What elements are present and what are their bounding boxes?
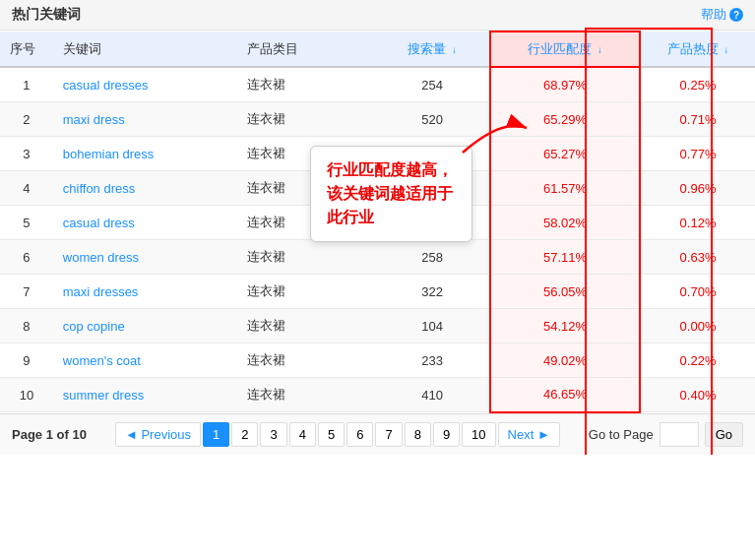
cell-product-heat: 0.12% xyxy=(640,206,755,240)
cell-product-heat: 0.77% xyxy=(640,137,755,171)
cell-industry-match: 58.02% xyxy=(490,206,640,240)
page-info: Page 1 of 10 xyxy=(12,427,87,442)
sort-icon-search: ↓ xyxy=(452,44,457,55)
cell-index: 7 xyxy=(0,275,53,309)
cell-product-heat: 0.70% xyxy=(640,275,755,309)
col-category: 产品类目 xyxy=(237,31,375,67)
cell-index: 2 xyxy=(0,102,53,137)
cell-category: 连衣裙 xyxy=(237,309,375,343)
col-search-volume[interactable]: 搜索量 ↓ xyxy=(375,31,490,67)
col-industry-match[interactable]: 行业匹配度 ↓ xyxy=(490,31,640,67)
cell-index: 10 xyxy=(0,378,53,412)
tooltip-box: 行业匹配度越高，该关键词越适用于此行业 xyxy=(310,146,472,242)
table-row: 9 women's coat 连衣裙 233 49.02% 0.22% xyxy=(0,343,755,378)
cell-product-heat: 0.22% xyxy=(640,343,755,378)
cell-keyword[interactable]: casual dress xyxy=(53,206,237,240)
page-title: 热门关键词 xyxy=(12,6,81,24)
cell-industry-match: 57.11% xyxy=(490,240,640,275)
cell-product-heat: 0.25% xyxy=(640,67,755,102)
cell-index: 6 xyxy=(0,240,53,275)
page-button-10[interactable]: 10 xyxy=(462,422,495,447)
cell-search-volume: 410 xyxy=(375,378,490,412)
cell-keyword[interactable]: women dress xyxy=(53,240,237,275)
main-container: 热门关键词 帮助 ? 序号 关键词 产品类目 搜索量 ↓ 行业匹配度 ↓ xyxy=(0,0,755,455)
page-button-9[interactable]: 9 xyxy=(433,422,460,447)
table-row: 7 maxi dresses 连衣裙 322 56.05% 0.70% xyxy=(0,275,755,309)
cell-product-heat: 0.71% xyxy=(640,102,755,137)
cell-industry-match: 68.97% xyxy=(490,67,640,102)
page-button-8[interactable]: 8 xyxy=(405,422,431,447)
table-header-row: 序号 关键词 产品类目 搜索量 ↓ 行业匹配度 ↓ 产品热度 ↓ xyxy=(0,31,755,67)
cell-product-heat: 0.00% xyxy=(640,309,755,343)
page-button-5[interactable]: 5 xyxy=(318,422,345,447)
cell-keyword[interactable]: maxi dress xyxy=(53,102,237,137)
cell-index: 4 xyxy=(0,171,53,206)
cell-search-volume: 104 xyxy=(375,309,490,343)
cell-industry-match: 46.65% xyxy=(490,378,640,412)
go-button[interactable]: Go xyxy=(705,422,743,447)
table-row: 10 summer dress 连衣裙 410 46.65% 0.40% xyxy=(0,378,755,412)
next-button[interactable]: Next ► xyxy=(498,422,560,447)
page-button-6[interactable]: 6 xyxy=(346,422,373,447)
cell-category: 连衣裙 xyxy=(237,67,375,102)
cell-keyword[interactable]: summer dress xyxy=(53,378,237,412)
cell-keyword[interactable]: maxi dresses xyxy=(53,275,237,309)
table-row: 8 cop copine 连衣裙 104 54.12% 0.00% xyxy=(0,309,755,343)
cell-category: 连衣裙 xyxy=(237,343,375,378)
help-link[interactable]: 帮助 ? xyxy=(701,6,743,24)
table-row: 6 women dress 连衣裙 258 57.11% 0.63% xyxy=(0,240,755,275)
cell-category: 连衣裙 xyxy=(237,102,375,137)
tooltip-text: 行业匹配度越高，该关键词越适用于此行业 xyxy=(327,161,453,225)
cell-product-heat: 0.63% xyxy=(640,240,755,275)
cell-product-heat: 0.96% xyxy=(640,171,755,206)
col-keyword: 关键词 xyxy=(53,31,237,67)
cell-category: 连衣裙 xyxy=(237,275,375,309)
page-button-4[interactable]: 4 xyxy=(289,422,316,447)
cell-category: 连衣裙 xyxy=(237,240,375,275)
page-header: 热门关键词 帮助 ? xyxy=(0,0,755,31)
help-label: 帮助 xyxy=(701,6,726,24)
page-button-2[interactable]: 2 xyxy=(231,422,258,447)
cell-keyword[interactable]: casual dresses xyxy=(53,67,237,102)
cell-search-volume: 254 xyxy=(375,67,490,102)
cell-search-volume: 322 xyxy=(375,275,490,309)
cell-product-heat: 0.40% xyxy=(640,378,755,412)
cell-keyword[interactable]: chiffon dress xyxy=(53,171,237,206)
table-row: 2 maxi dress 连衣裙 520 65.29% 0.71% xyxy=(0,102,755,137)
cell-index: 9 xyxy=(0,343,53,378)
page-button-1[interactable]: 1 xyxy=(203,422,229,447)
cell-keyword[interactable]: cop copine xyxy=(53,309,237,343)
cell-keyword[interactable]: women's coat xyxy=(53,343,237,378)
table-row: 1 casual dresses 连衣裙 254 68.97% 0.25% xyxy=(0,67,755,102)
cell-index: 3 xyxy=(0,137,53,171)
arrow-indicator xyxy=(453,108,532,157)
cell-search-volume: 258 xyxy=(375,240,490,275)
cell-index: 1 xyxy=(0,67,53,102)
prev-button[interactable]: ◄ Previous xyxy=(115,422,201,447)
page-button-7[interactable]: 7 xyxy=(375,422,402,447)
cell-industry-match: 56.05% xyxy=(490,275,640,309)
page-button-3[interactable]: 3 xyxy=(260,422,286,447)
cell-index: 8 xyxy=(0,309,53,343)
pagination-controls: ◄ Previous 1 2 3 4 5 6 7 8 9 10 Next ► xyxy=(115,422,560,447)
pagination-bar: Page 1 of 10 ◄ Previous 1 2 3 4 5 6 7 8 … xyxy=(0,413,755,455)
goto-input[interactable] xyxy=(660,422,699,447)
cell-index: 5 xyxy=(0,206,53,240)
cell-industry-match: 54.12% xyxy=(490,309,640,343)
help-icon: ? xyxy=(729,8,743,22)
sort-icon-heat: ↓ xyxy=(724,44,728,55)
cell-industry-match: 49.02% xyxy=(490,343,640,378)
goto-page: Go to Page Go xyxy=(589,422,743,447)
cell-keyword[interactable]: bohemian dress xyxy=(53,137,237,171)
sort-icon-industry: ↓ xyxy=(598,44,602,55)
cell-industry-match: 61.57% xyxy=(490,171,640,206)
col-index: 序号 xyxy=(0,31,53,67)
col-product-heat[interactable]: 产品热度 ↓ xyxy=(640,31,755,67)
cell-category: 连衣裙 xyxy=(237,378,375,412)
cell-search-volume: 233 xyxy=(375,343,490,378)
goto-label: Go to Page xyxy=(589,427,654,442)
